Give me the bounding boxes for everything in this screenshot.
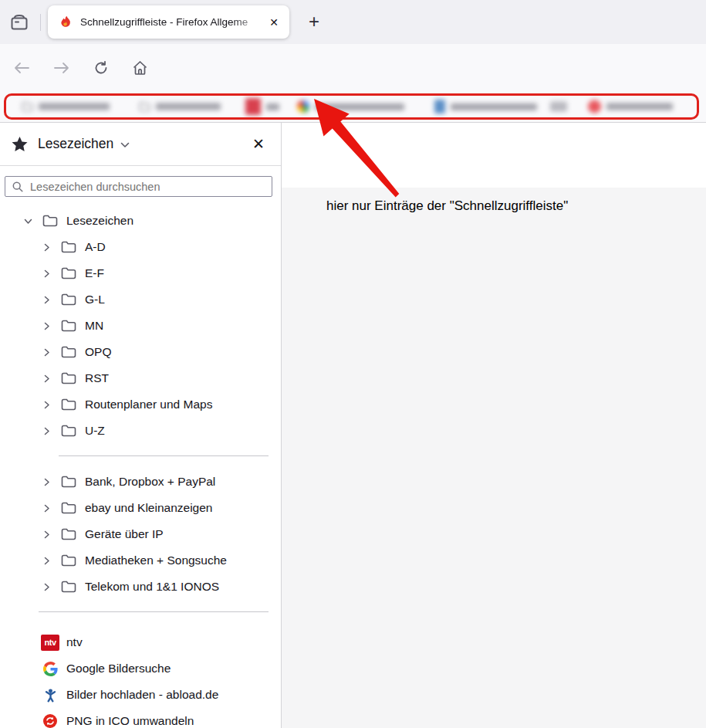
chevron-right-icon[interactable] <box>42 400 52 410</box>
tree-folder-row[interactable]: Geräte über IP <box>0 521 281 547</box>
chevron-right-icon[interactable] <box>42 530 52 540</box>
tree-folder-row[interactable]: G-L <box>0 286 281 313</box>
chevron-right-icon[interactable] <box>42 321 52 331</box>
bookmarks-tree: Lesezeichen A-D E-F G-L MN <box>0 201 281 728</box>
new-tab-button[interactable]: + <box>302 10 326 33</box>
folder-icon <box>42 215 58 227</box>
abload-icon <box>41 688 59 703</box>
folder-icon <box>61 581 76 593</box>
red-highlight-box <box>4 93 699 120</box>
folder-icon <box>61 425 76 437</box>
tree-folder-row[interactable]: ebay und Kleinanzeigen <box>0 495 281 521</box>
google-icon <box>41 662 59 676</box>
reload-icon <box>93 60 109 76</box>
tree-folder-row[interactable]: Mediatheken + Songsuche <box>0 547 281 574</box>
tree-folder-row[interactable]: Lesezeichen <box>0 208 281 234</box>
bookmark-row[interactable]: PNG in ICO umwandeln <box>0 708 281 728</box>
chevron-right-icon[interactable] <box>42 556 52 566</box>
tab-close-icon[interactable]: ✕ <box>266 15 282 29</box>
tree-folder-row[interactable]: OPQ <box>0 339 281 365</box>
chevron-right-icon[interactable] <box>42 503 52 513</box>
sidebar-close-icon[interactable]: ✕ <box>248 135 269 153</box>
back-button[interactable] <box>8 54 35 82</box>
bookmarks-search-input[interactable]: Lesezeichen durchsuchen <box>5 176 272 197</box>
chevron-right-icon[interactable] <box>42 582 52 592</box>
home-button[interactable] <box>126 54 154 82</box>
chevron-right-icon[interactable] <box>42 374 52 384</box>
browser-tab[interactable]: Schnellzugriffleiste - Firefox Allgeme ✕ <box>48 5 289 39</box>
navigation-toolbar: https://www.camp-firefox.de/forum/thema/… <box>0 44 706 91</box>
chevron-right-icon[interactable] <box>42 426 52 436</box>
folder-icon <box>61 528 76 540</box>
folder-icon <box>61 320 76 332</box>
tree-folder-row[interactable]: Bank, Dropbox + PayPal <box>0 469 281 495</box>
camp-firefox-flame-icon <box>59 15 73 29</box>
folder-icon <box>61 398 76 411</box>
star-icon <box>12 137 28 152</box>
chevron-right-icon[interactable] <box>42 242 52 252</box>
reload-button[interactable] <box>87 54 115 82</box>
page-content: hier nur Einträge der "Schnellzugrifflei… <box>282 123 706 728</box>
ntv-icon: ntv <box>41 635 59 651</box>
tree-folder-row[interactable]: A-D <box>0 234 281 260</box>
tabbar-separator <box>40 14 41 31</box>
bookmarks-toolbar <box>0 91 706 123</box>
folder-icon <box>61 267 76 279</box>
firefox-view-button[interactable] <box>5 8 34 37</box>
tree-folder-row[interactable]: Telekom und 1&1 IONOS <box>0 574 281 600</box>
folder-icon <box>61 293 76 306</box>
folder-icon <box>61 241 76 253</box>
chevron-down-icon[interactable] <box>23 216 33 226</box>
tree-folder-row[interactable]: Routenplaner und Maps <box>0 391 281 418</box>
folder-icon <box>61 346 76 358</box>
search-placeholder: Lesezeichen durchsuchen <box>30 181 160 193</box>
forward-arrow-icon <box>53 61 70 75</box>
tree-folder-row[interactable]: RST <box>0 365 281 391</box>
chevron-right-icon[interactable] <box>42 269 52 279</box>
annotation-text: hier nur Einträge der "Schnellzugrifflei… <box>326 198 568 214</box>
folder-icon <box>61 476 76 488</box>
convertico-icon <box>41 714 59 728</box>
bookmark-row[interactable]: ntv ntv <box>0 629 281 655</box>
folder-icon <box>61 554 76 567</box>
back-arrow-icon <box>13 61 30 75</box>
forward-button[interactable] <box>48 54 76 82</box>
content-gray-panel <box>282 188 706 728</box>
bookmarks-sidebar: Lesezeichen ✕ Lesezeichen durchsuchen Le… <box>0 123 282 728</box>
chevron-right-icon[interactable] <box>42 347 52 357</box>
tree-folder-row[interactable]: E-F <box>0 260 281 286</box>
folder-icon <box>61 372 76 384</box>
bookmark-row[interactable]: Google Bildersuche <box>0 655 281 682</box>
tree-folder-row[interactable]: MN <box>0 313 281 339</box>
bookmark-row[interactable]: Bilder hochladen - abload.de <box>0 682 281 708</box>
chevron-right-icon[interactable] <box>42 477 52 487</box>
tree-separator <box>59 455 269 456</box>
chevron-right-icon[interactable] <box>42 295 52 305</box>
firefox-view-icon <box>9 12 29 32</box>
sidebar-header: Lesezeichen ✕ <box>0 123 281 165</box>
tab-bar: Schnellzugriffleiste - Firefox Allgeme ✕… <box>0 0 706 44</box>
chevron-down-icon[interactable] <box>120 142 130 148</box>
sidebar-divider <box>0 165 281 166</box>
folder-icon <box>61 502 76 514</box>
home-icon <box>132 60 148 76</box>
search-icon <box>12 181 23 192</box>
sidebar-title: Lesezeichen <box>38 136 113 152</box>
tab-title: Schnellzugriffleiste - Firefox Allgeme <box>80 16 266 28</box>
tree-folder-row[interactable]: U-Z <box>0 418 281 444</box>
tree-separator <box>39 611 269 612</box>
